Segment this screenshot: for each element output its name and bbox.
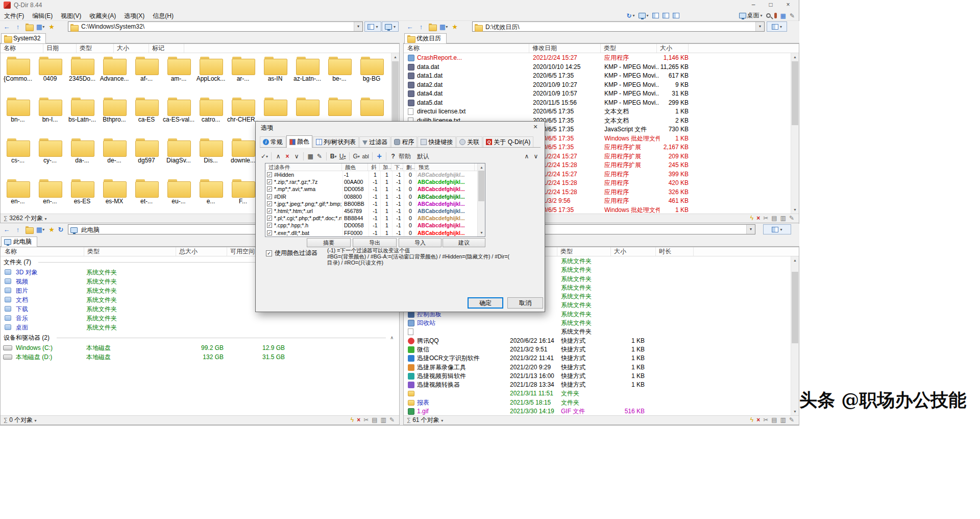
dialog-tab-colors[interactable]: 颜色: [286, 135, 312, 148]
dropdown-icon[interactable]: ▾: [354, 22, 362, 31]
views-icon[interactable]: ▦▾: [35, 224, 46, 235]
folder-item[interactable]: ca-ES-val...: [163, 98, 194, 136]
folder-row[interactable]: 音乐系统文件夹: [1, 314, 399, 323]
tab-system32[interactable]: System32: [1, 33, 46, 43]
scroll-up-icon[interactable]: ▲: [478, 163, 485, 171]
file-row[interactable]: 迅捷视频转换器2021/1/28 13:34快捷方式1 KB: [404, 381, 790, 389]
column-header[interactable]: 下..: [394, 163, 403, 171]
column-header[interactable]: 名称: [4, 247, 84, 256]
folder-item[interactable]: es-MX: [99, 179, 130, 214]
file-row[interactable]: 迅捷屏幕录像工具2021/2/20 9:29快捷方式1 KB: [404, 363, 790, 372]
column-header[interactable]: 斜: [370, 163, 380, 171]
dialog-tab-hotkeys[interactable]: 快捷键接: [418, 136, 456, 147]
filter-row[interactable]: ✓*.html;*.htm;*.url456789-11-10ABCabcdef…: [265, 207, 477, 215]
filter-row[interactable]: ✓#DIR008800-11-10ABCabcdefghijkl...: [265, 193, 477, 200]
checkbox-icon[interactable]: ✓: [267, 216, 272, 221]
use-color-filter-checkbox[interactable]: ✓ 使用颜色过滤器: [266, 249, 317, 257]
views-icon[interactable]: ▦▾: [438, 21, 449, 32]
address-bar-top-left[interactable]: C:\Windows\System32\ ▾: [68, 21, 363, 32]
suggest-button[interactable]: 建议: [443, 238, 485, 247]
menu-item[interactable]: 文件(F): [0, 10, 28, 22]
abl-button[interactable]: abl: [361, 151, 370, 161]
folder-item[interactable]: bs-Latn-...: [66, 98, 98, 136]
default-button[interactable]: 默认: [416, 151, 430, 161]
file-row[interactable]: data5.dat2020/11/5 15:56KMP - MPEG Movi.…: [404, 99, 790, 108]
folder-item[interactable]: en-...: [34, 179, 66, 214]
parent-folder-icon[interactable]: [427, 21, 438, 32]
move-down-icon[interactable]: ∨: [292, 151, 301, 161]
page-icon[interactable]: ▤: [372, 416, 377, 424]
underline-button[interactable]: U▾: [338, 151, 347, 161]
folder-item[interactable]: downle...: [227, 138, 259, 177]
page-icon[interactable]: ▤: [771, 416, 777, 424]
file-row[interactable]: 迅捷视频剪辑软件2021/1/13 16:00快捷方式1 KB: [404, 372, 790, 381]
file-row[interactable]: 回收站系统文件夹: [404, 319, 790, 327]
scroll-thumb[interactable]: [792, 61, 798, 125]
filter-row[interactable]: ✓*.pl;*.cgi;*.php;*.pdf;*.doc;*.rtf...BB…: [265, 215, 477, 222]
folder-item[interactable]: az-Latn-...: [291, 57, 323, 96]
views-icon[interactable]: ▦: [780, 12, 786, 19]
scissors-icon[interactable]: ✂: [363, 416, 369, 424]
menu-item[interactable]: 视图(V): [57, 10, 85, 22]
views-icon[interactable]: ▦▾: [35, 21, 46, 32]
back-icon[interactable]: ←: [1, 224, 12, 235]
checkbox-icon[interactable]: ✓: [267, 230, 272, 235]
parent-folder-icon[interactable]: [23, 21, 35, 32]
dropdown-icon[interactable]: ▾: [746, 225, 755, 234]
folder-item[interactable]: da-...: [66, 138, 98, 177]
folder-item[interactable]: ar-...: [227, 57, 259, 96]
file-row[interactable]: 微信2021/3/2 9:51快捷方式1 KB: [404, 345, 790, 354]
folder-item[interactable]: et-...: [131, 179, 162, 214]
up-icon[interactable]: ↑: [12, 224, 23, 235]
delete-icon[interactable]: ×: [283, 151, 292, 161]
minimize-button[interactable]: –: [745, 0, 762, 10]
clipboard-icon[interactable]: ▥: [381, 416, 386, 424]
scissors-icon[interactable]: ✂: [763, 416, 768, 424]
ok-button[interactable]: 确定: [468, 297, 503, 309]
folder-item[interactable]: dg597: [131, 138, 162, 177]
pane-layout-button[interactable]: ▾: [364, 21, 381, 32]
column-header[interactable]: 大小: [659, 44, 689, 53]
scrollbar[interactable]: ▲ ▼: [477, 163, 485, 237]
scroll-thumb[interactable]: [792, 272, 798, 343]
apply-check-icon[interactable]: ✓▾: [260, 151, 269, 161]
scroll-down-icon[interactable]: ▼: [791, 206, 799, 214]
checkbox-icon[interactable]: ✓: [267, 179, 272, 184]
menu-item[interactable]: 信息(H): [149, 10, 178, 22]
edit-icon[interactable]: ✎: [790, 12, 795, 19]
folder-item[interactable]: 2345Do...: [66, 57, 98, 96]
close-icon[interactable]: ×: [756, 214, 760, 223]
file-row[interactable]: 1.gif2021/3/30 14:19GIF 文件516 KB: [404, 407, 790, 415]
folder-item[interactable]: de-...: [99, 138, 130, 177]
clipboard-icon[interactable]: ▥: [780, 416, 786, 424]
checkbox-icon[interactable]: ✓: [267, 186, 272, 192]
drive-row[interactable]: Windows (C:)本地磁盘99.2 GB12.9 GB: [1, 343, 399, 352]
grid-icon[interactable]: ▦: [306, 151, 315, 161]
pencil-icon[interactable]: ✎: [789, 214, 794, 223]
filter-row[interactable]: ✓*.cpp;*.hpp;*.hDD0058-11-10ABCabcdefghi…: [265, 222, 477, 229]
move-up-icon[interactable]: ∧: [274, 151, 283, 161]
layout-icon[interactable]: [673, 13, 679, 18]
lightning-icon[interactable]: ϟ: [750, 416, 753, 424]
folder-item[interactable]: 0409: [34, 57, 66, 96]
column-header[interactable]: 类型: [603, 44, 657, 53]
lightning-icon[interactable]: ϟ: [351, 416, 354, 424]
layout-icon[interactable]: [663, 13, 669, 18]
filter-row[interactable]: ✓*.exe;*.dll;*.batFF0000-11-10ABCabcdefg…: [265, 229, 477, 237]
color-g-button[interactable]: G▾: [352, 151, 361, 161]
file-row[interactable]: 迅捷OCR文字识别软件2021/3/22 11:41快捷方式1 KB: [404, 354, 790, 363]
scrollbar[interactable]: ▲ ▼: [791, 53, 799, 214]
dialog-tab-columns[interactable]: 列/树状列表: [313, 136, 359, 147]
dialog-tab-filter[interactable]: 过滤器: [359, 136, 390, 147]
drive-row[interactable]: 本地磁盘 (D:)本地磁盘132 GB31.5 GB: [1, 352, 399, 362]
column-header[interactable]: 类型: [559, 247, 611, 256]
pin-icon[interactable]: [774, 13, 777, 18]
layout-icon[interactable]: [652, 13, 659, 18]
folder-item[interactable]: cs-...: [2, 138, 34, 177]
import-button[interactable]: 导入: [399, 238, 442, 247]
file-row[interactable]: data.dat2020/10/10 14:25KMP - MPEG Movi.…: [404, 63, 790, 72]
file-row[interactable]: directui license.txt2020/6/5 17:35文本文档1 …: [404, 107, 790, 116]
address-bar-top-right[interactable]: D:\优效日历\ ▾: [472, 21, 765, 32]
favorites-icon[interactable]: ★: [46, 21, 57, 32]
file-row[interactable]: data4.dat2020/10/9 10:57KMP - MPEG Movi.…: [404, 89, 790, 99]
